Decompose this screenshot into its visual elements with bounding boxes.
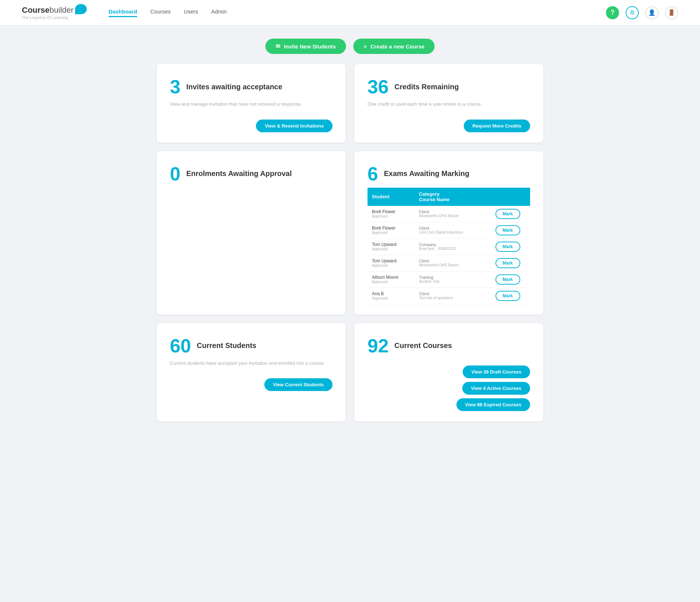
student-cell: Tom Upward Approved <box>368 255 415 271</box>
student-cell: Brett Flower Approved <box>368 206 415 222</box>
course-category: Company <box>419 242 481 247</box>
exams-title: Exams Awaiting Marking <box>384 169 470 178</box>
course-category: Client <box>419 259 481 263</box>
courses-card: 92 Current Courses View 36 Draft Courses… <box>354 323 543 421</box>
mark-button[interactable]: Mark <box>495 242 520 252</box>
invite-students-button[interactable]: ✉ Invite New Students <box>265 39 346 54</box>
mark-cell[interactable]: Mark <box>485 206 530 222</box>
exams-header: 6 Exams Awaiting Marking <box>368 164 530 183</box>
student-cell: Brett Flower Approved <box>368 222 415 238</box>
course-category: Client <box>419 292 481 296</box>
course-cell: Client Woolworths OHS Report <box>415 206 485 222</box>
credits-title: Credits Remaining <box>394 83 459 91</box>
plus-icon: + <box>363 43 367 50</box>
students-number: 60 <box>170 336 191 355</box>
course-name: Brain test - 20/08/2013 <box>419 247 481 251</box>
table-row: Tom Upward Approved Company Brain test -… <box>368 238 530 255</box>
mark-cell[interactable]: Mark <box>485 255 530 271</box>
mark-cell[interactable]: Mark <box>485 238 530 255</box>
student-name: Allison Moore <box>372 275 410 280</box>
logo-bubble-icon <box>75 4 87 14</box>
view-resend-invitations-button[interactable]: View & Resend Invitations <box>256 120 332 132</box>
view-draft-courses-button[interactable]: View 36 Draft Courses <box>463 366 530 378</box>
student-name: Brett Flower <box>372 209 410 214</box>
invites-footer: View & Resend Invitations <box>170 120 332 132</box>
credits-number: 36 <box>368 77 389 96</box>
mark-button[interactable]: Mark <box>495 274 520 285</box>
user-icon[interactable]: 👤 <box>645 6 658 19</box>
logo-subtitle: The Logistics Of Learning <box>22 16 87 20</box>
mark-cell[interactable]: Mark <box>485 271 530 288</box>
table-row: Brett Flower Approved Client Woolworths … <box>368 206 530 222</box>
student-status: Approved <box>372 263 410 267</box>
nav-dashboard[interactable]: Dashboard <box>109 8 137 17</box>
enrolments-number: 0 <box>170 164 180 183</box>
logo: Coursebuilder The Logistics Of Learning <box>22 5 87 20</box>
col-student: Student <box>368 188 415 206</box>
student-status: Approved <box>372 214 410 218</box>
table-row: Ana B Approved Client Test lots of quest… <box>368 288 530 304</box>
exams-table: Student Category Course Name Brett Flowe… <box>368 188 530 304</box>
dashboard-grid: 3 Invites awaiting acceptance View and m… <box>149 64 551 443</box>
mark-button[interactable]: Mark <box>495 258 520 268</box>
student-name: Ana B <box>372 291 410 296</box>
course-cell: Client Lost Coin Digital Inductions <box>415 222 485 238</box>
student-status: Approved <box>372 247 410 251</box>
course-cell: Training Another Test <box>415 271 485 288</box>
logo-strong: Course <box>22 5 50 15</box>
invites-title: Invites awaiting acceptance <box>186 83 282 91</box>
nav-courses[interactable]: Courses <box>150 8 171 17</box>
mark-button[interactable]: Mark <box>495 225 520 235</box>
course-name: Woolworths OHS Report <box>419 263 481 267</box>
nav-links: Dashboard Courses Users Admin <box>109 8 606 17</box>
nav-icons: ? ⚙ 👤 🚪 <box>606 6 678 19</box>
students-title: Current Students <box>197 341 256 350</box>
course-name: Test lots of questions <box>419 296 481 300</box>
settings-icon[interactable]: ⚙ <box>626 6 639 19</box>
credits-card: 36 Credits Remaining One credit is used … <box>354 64 543 142</box>
mark-cell[interactable]: Mark <box>485 222 530 238</box>
enrolments-title: Enrolments Awaiting Approval <box>186 169 292 178</box>
mark-button[interactable]: Mark <box>495 291 520 301</box>
col-category-course: Category Course Name <box>415 188 485 206</box>
student-cell: Ana B Approved <box>368 288 415 304</box>
view-students-button[interactable]: View Current Students <box>264 378 332 391</box>
students-desc: Current students have accepted your invi… <box>170 360 332 367</box>
nav-users[interactable]: Users <box>184 8 198 17</box>
courses-buttons: View 36 Draft Courses View 4 Active Cour… <box>368 366 530 411</box>
view-active-courses-button[interactable]: View 4 Active Courses <box>462 382 530 395</box>
course-cell: Client Test lots of questions <box>415 288 485 304</box>
students-header: 60 Current Students <box>170 336 332 355</box>
invites-card: 3 Invites awaiting acceptance View and m… <box>157 64 346 142</box>
courses-header: 92 Current Courses <box>368 336 530 355</box>
course-cell: Client Woolworths OHS Report <box>415 255 485 271</box>
student-status: Approved <box>372 296 410 300</box>
help-icon[interactable]: ? <box>606 6 619 19</box>
course-category: Client <box>419 226 481 230</box>
request-credits-button[interactable]: Request More Credits <box>464 120 530 132</box>
invite-icon: ✉ <box>276 43 280 50</box>
logo-light: builder <box>50 5 74 15</box>
student-name: Tom Upward <box>372 242 410 247</box>
credits-footer: Request More Credits <box>368 120 530 132</box>
mark-button[interactable]: Mark <box>495 209 520 219</box>
invites-desc: View and manage invitation that have not… <box>170 101 332 108</box>
student-cell: Tom Upward Approved <box>368 238 415 255</box>
student-status: Approved <box>372 280 410 284</box>
students-footer: View Current Students <box>170 378 332 391</box>
logout-icon[interactable]: 🚪 <box>665 6 678 19</box>
credits-header: 36 Credits Remaining <box>368 77 530 96</box>
course-name: Another Test <box>419 280 481 284</box>
table-row: Tom Upward Approved Client Woolworths OH… <box>368 255 530 271</box>
view-expired-courses-button[interactable]: View 88 Expired Courses <box>456 398 530 411</box>
create-course-button[interactable]: + Create a new Course <box>353 39 435 54</box>
course-category: Client <box>419 210 481 214</box>
exams-table-head: Student Category Course Name <box>368 188 530 206</box>
navbar: Coursebuilder The Logistics Of Learning … <box>0 0 700 26</box>
col-action <box>485 188 530 206</box>
student-cell: Allison Moore Approved <box>368 271 415 288</box>
nav-admin[interactable]: Admin <box>211 8 227 17</box>
table-row: Allison Moore Approved Training Another … <box>368 271 530 288</box>
courses-number: 92 <box>368 336 389 355</box>
mark-cell[interactable]: Mark <box>485 288 530 304</box>
